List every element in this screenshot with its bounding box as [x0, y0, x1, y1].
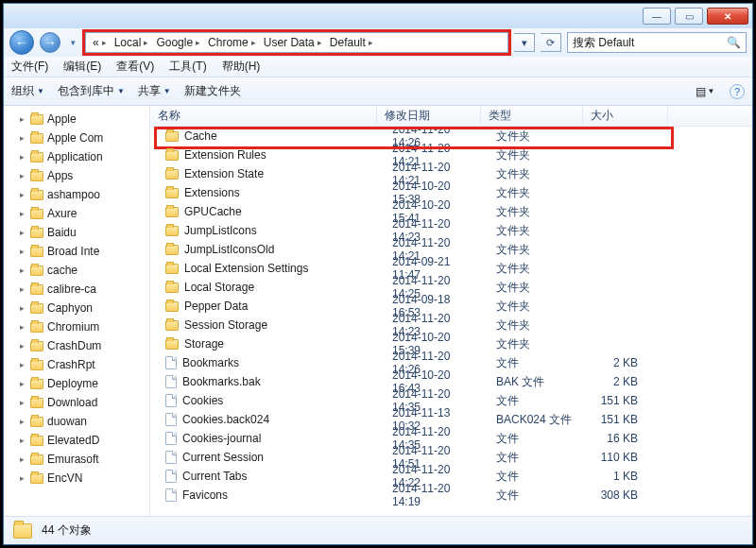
tree-node[interactable]: ▸Axure — [4, 204, 149, 223]
tree-twisty-icon[interactable]: ▸ — [17, 322, 26, 332]
tree-node[interactable]: ▸Apps — [4, 166, 149, 185]
tree-twisty-icon[interactable]: ▸ — [17, 152, 26, 162]
tree-twisty-icon[interactable]: ▸ — [17, 436, 26, 445]
new-folder-button[interactable]: 新建文件夹 — [184, 83, 241, 99]
file-row[interactable]: Favicons2014-11-20 14:19文件308 KB — [150, 486, 752, 505]
column-type[interactable]: 类型 — [481, 106, 583, 126]
maximize-button[interactable]: ▭ — [675, 8, 703, 25]
tree-twisty-icon[interactable]: ▸ — [17, 454, 26, 464]
address-dropdown[interactable]: ▾ — [514, 33, 535, 52]
file-size: 16 KB — [591, 429, 676, 448]
back-button[interactable]: ← — [9, 30, 34, 55]
file-size: 1 KB — [591, 467, 676, 486]
column-size[interactable]: 大小 — [583, 106, 668, 126]
file-size — [591, 221, 676, 240]
file-name: Cookies-journal — [182, 432, 261, 445]
tree-node[interactable]: ▸Apple — [4, 110, 149, 128]
tree-node[interactable]: ▸Chromium — [4, 317, 149, 336]
file-size — [591, 146, 676, 164]
tree-node[interactable]: ▸Emurasoft — [4, 450, 149, 469]
tree-twisty-icon[interactable]: ▸ — [17, 360, 26, 369]
tree-node[interactable]: ▸Baidu — [4, 223, 149, 242]
file-icon — [165, 413, 177, 426]
folder-icon — [30, 303, 43, 314]
breadcrumb-item[interactable]: Default▸ — [327, 34, 376, 51]
menu-edit[interactable]: 编辑(E) — [63, 59, 101, 75]
tree-twisty-icon[interactable]: ▸ — [17, 417, 26, 426]
tree-node[interactable]: ▸Apple Com — [4, 128, 149, 147]
share-button[interactable]: 共享▼ — [138, 83, 171, 99]
organize-button[interactable]: 组织▼ — [11, 83, 44, 99]
title-bar: — ▭ ✕ — [4, 4, 752, 28]
file-size — [591, 334, 676, 353]
help-button[interactable]: ? — [730, 84, 745, 99]
tree-node[interactable]: ▸Broad Inte — [4, 242, 149, 261]
folder-icon — [165, 169, 179, 180]
forward-button[interactable]: → — [40, 32, 60, 53]
tree-node[interactable]: ▸ElevatedD — [4, 431, 149, 450]
tree-twisty-icon[interactable]: ▸ — [17, 265, 26, 275]
tree-twisty-icon[interactable]: ▸ — [17, 228, 26, 237]
tree-node[interactable]: ▸Caphyon — [4, 299, 149, 317]
tree-twisty-icon[interactable]: ▸ — [17, 133, 26, 143]
tree-twisty-icon[interactable]: ▸ — [17, 209, 26, 218]
tree-twisty-icon[interactable]: ▸ — [17, 473, 26, 483]
tree-twisty-icon[interactable]: ▸ — [17, 303, 26, 313]
folder-icon — [30, 417, 43, 427]
tree-twisty-icon[interactable]: ▸ — [17, 379, 26, 388]
tree-node[interactable]: ▸calibre-ca — [4, 280, 149, 299]
tree-twisty-icon[interactable]: ▸ — [17, 171, 26, 180]
folder-icon — [165, 150, 179, 161]
file-type: 文件 — [489, 429, 591, 448]
file-type: 文件夹 — [489, 221, 591, 240]
close-button[interactable]: ✕ — [707, 8, 748, 25]
file-name: Local Extension Settings — [184, 262, 308, 275]
tree-node[interactable]: ▸EncVN — [4, 469, 149, 488]
folder-icon — [30, 171, 43, 181]
menu-tools[interactable]: 工具(T) — [169, 59, 206, 75]
breadcrumb-item[interactable]: Google▸ — [153, 34, 203, 51]
tree-node[interactable]: ▸CrashRpt — [4, 355, 149, 374]
folder-icon — [30, 190, 43, 200]
tree-node[interactable]: ▸cache — [4, 261, 149, 280]
tree-twisty-icon[interactable]: ▸ — [17, 341, 26, 351]
tree-node[interactable]: ▸Download — [4, 393, 149, 412]
file-name: Extension Rules — [184, 148, 266, 162]
tree-twisty-icon[interactable]: ▸ — [17, 190, 26, 199]
breadcrumb-overflow[interactable]: «▸ — [90, 34, 110, 51]
breadcrumb-item[interactable]: Chrome▸ — [205, 34, 259, 51]
tree-node[interactable]: ▸duowan — [4, 412, 149, 431]
tree-node[interactable]: ▸Application — [4, 147, 149, 166]
folder-icon — [165, 264, 179, 274]
view-options-button[interactable]: ▤▼ — [694, 82, 716, 101]
breadcrumb-item[interactable]: Local▸ — [112, 34, 152, 51]
folder-icon — [30, 398, 43, 408]
tree-twisty-icon[interactable]: ▸ — [17, 247, 26, 256]
file-size: 151 KB — [591, 410, 676, 429]
file-type: 文件夹 — [489, 146, 591, 164]
minimize-button[interactable]: — — [643, 8, 671, 25]
tree-node[interactable]: ▸Deployme — [4, 374, 149, 393]
navigation-tree[interactable]: ▸Apple▸Apple Com▸Application▸Apps▸ashamp… — [4, 106, 150, 516]
breadcrumb-item[interactable]: User Data▸ — [261, 34, 325, 51]
tree-node-label: CrashRpt — [47, 358, 95, 371]
include-in-library-button[interactable]: 包含到库中▼ — [58, 83, 125, 99]
column-name[interactable]: 名称 — [150, 106, 377, 126]
menu-file[interactable]: 文件(F) — [11, 59, 48, 75]
breadcrumb[interactable]: «▸ Local▸ Google▸ Chrome▸ User Data▸ Def… — [85, 32, 508, 53]
file-rows: Cache2014-11-20 14:26文件夹Extension Rules2… — [150, 127, 752, 516]
search-input[interactable]: 搜索 Default 🔍 — [567, 32, 747, 53]
tree-node[interactable]: ▸CrashDum — [4, 336, 149, 355]
tree-twisty-icon[interactable]: ▸ — [17, 114, 26, 124]
tree-twisty-icon[interactable]: ▸ — [17, 398, 26, 407]
column-date[interactable]: 修改日期 — [377, 106, 481, 126]
tree-node-label: CrashDum — [47, 339, 101, 352]
nav-history-dropdown[interactable]: ▾ — [66, 32, 79, 53]
refresh-button[interactable]: ⟳ — [541, 33, 561, 52]
menu-view[interactable]: 查看(V) — [116, 59, 154, 75]
folder-icon — [30, 473, 43, 484]
menu-help[interactable]: 帮助(H) — [222, 59, 261, 75]
file-size — [591, 164, 676, 183]
tree-node[interactable]: ▸ashampoo — [4, 185, 149, 204]
tree-twisty-icon[interactable]: ▸ — [17, 284, 26, 294]
